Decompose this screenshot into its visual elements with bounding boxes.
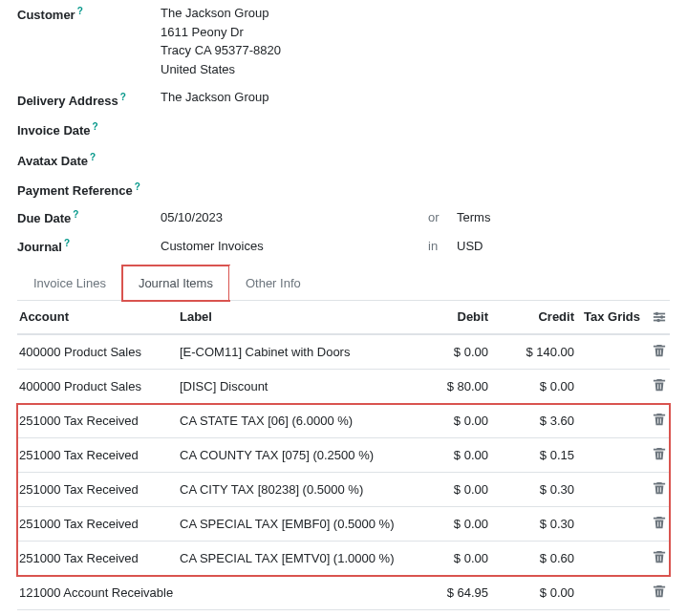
trash-icon[interactable] — [653, 346, 666, 360]
cell-credit[interactable]: $ 0.00 — [488, 585, 574, 600]
table-row[interactable]: 251000 Tax ReceivedCA SPECIAL TAX [EMTV0… — [17, 542, 670, 576]
col-debit[interactable]: Debit — [402, 309, 488, 324]
cell-debit[interactable]: $ 0.00 — [402, 414, 488, 428]
trash-icon[interactable] — [653, 380, 666, 394]
cell-account[interactable]: 251000 Tax Received — [17, 448, 180, 462]
journal-currency[interactable]: USD — [457, 239, 670, 253]
cell-debit[interactable]: $ 0.00 — [402, 551, 488, 565]
help-icon[interactable]: ? — [90, 152, 96, 162]
cell-label[interactable]: CA COUNTY TAX [075] (0.2500 %) — [180, 448, 402, 462]
trash-icon[interactable] — [653, 586, 666, 601]
cell-label[interactable]: CA SPECIAL TAX [EMBF0] (0.5000 %) — [180, 517, 402, 531]
help-icon[interactable]: ? — [93, 121, 98, 132]
svg-point-5 — [656, 319, 660, 323]
cell-debit[interactable]: $ 80.00 — [402, 379, 488, 393]
journal-label: Journal? — [17, 238, 161, 254]
cell-credit[interactable]: $ 0.30 — [488, 482, 574, 497]
due-or: or — [428, 210, 457, 224]
customer-addr2: Tracy CA 95377-8820 — [161, 41, 670, 60]
payment-reference-label: Payment Reference? — [17, 180, 161, 198]
cell-label[interactable]: CA SPECIAL TAX [EMTV0] (1.0000 %) — [180, 551, 402, 565]
help-icon[interactable]: ? — [135, 181, 140, 192]
cell-account[interactable]: 400000 Product Sales — [17, 345, 180, 359]
cell-account[interactable]: 251000 Tax Received — [17, 414, 180, 428]
cell-credit[interactable]: $ 0.00 — [488, 379, 574, 393]
cell-credit[interactable]: $ 140.00 — [488, 345, 574, 359]
delivery-address-label: Delivery Address? — [17, 90, 161, 108]
table-row[interactable]: 121000 Account Receivable$ 64.95$ 0.00 — [17, 576, 670, 610]
cell-credit[interactable]: $ 0.30 — [488, 517, 574, 531]
cell-account[interactable]: 251000 Tax Received — [17, 517, 180, 531]
journal-value[interactable]: Customer Invoices — [161, 239, 428, 253]
help-icon[interactable]: ? — [77, 6, 83, 16]
customer-addr3: United States — [161, 60, 670, 79]
table-row[interactable]: 251000 Tax ReceivedCA CITY TAX [80238] (… — [17, 473, 670, 507]
help-icon[interactable]: ? — [73, 209, 78, 220]
cell-credit[interactable]: $ 0.60 — [488, 551, 574, 565]
col-account[interactable]: Account — [17, 309, 180, 324]
svg-point-3 — [655, 312, 659, 316]
col-tax-grids[interactable]: Tax Grids — [574, 309, 641, 324]
help-icon[interactable]: ? — [64, 238, 70, 248]
tab-other-info[interactable]: Other Info — [229, 266, 317, 300]
trash-icon[interactable] — [653, 483, 666, 498]
cell-label[interactable]: CA CITY TAX [80238] (0.5000 %) — [180, 482, 402, 497]
cell-account[interactable]: 251000 Tax Received — [17, 482, 180, 497]
cell-account[interactable]: 121000 Account Receivable — [17, 585, 180, 600]
invoice-date-label: Invoice Date? — [17, 119, 161, 138]
cell-debit[interactable]: $ 0.00 — [402, 482, 488, 497]
avatax-date-label: Avatax Date? — [17, 150, 161, 168]
cell-account[interactable]: 400000 Product Sales — [17, 379, 180, 393]
table-row[interactable]: 251000 Tax ReceivedCA SPECIAL TAX [EMBF0… — [17, 507, 670, 542]
journal-in: in — [428, 239, 457, 253]
due-terms[interactable]: Terms — [457, 210, 670, 224]
due-date-label: Due Date? — [17, 209, 161, 225]
delivery-address-value[interactable]: The Jackson Group — [161, 90, 670, 104]
cell-debit[interactable]: $ 0.00 — [402, 345, 488, 359]
help-icon[interactable]: ? — [120, 92, 126, 102]
table-row[interactable]: 400000 Product Sales[E-COM11] Cabinet wi… — [17, 335, 670, 370]
cell-label[interactable]: [DISC] Discount — [180, 379, 402, 393]
cell-debit[interactable]: $ 0.00 — [402, 517, 488, 531]
table-row[interactable]: 251000 Tax ReceivedCA COUNTY TAX [075] (… — [17, 438, 670, 473]
cell-credit[interactable]: $ 0.15 — [488, 448, 574, 462]
tab-journal-items[interactable]: Journal Items — [122, 266, 229, 301]
table-header: Account Label Debit Credit Tax Grids — [17, 301, 670, 335]
due-date-value[interactable]: 05/10/2023 — [161, 210, 428, 224]
tab-invoice-lines[interactable]: Invoice Lines — [17, 266, 122, 300]
trash-icon[interactable] — [653, 552, 666, 566]
trash-icon[interactable] — [653, 449, 666, 463]
svg-point-4 — [660, 315, 664, 319]
table-row[interactable]: 400000 Product Sales[DISC] Discount$ 80.… — [17, 370, 670, 404]
cell-debit[interactable]: $ 0.00 — [402, 448, 488, 462]
table-row[interactable]: 251000 Tax ReceivedCA STATE TAX [06] (6.… — [17, 404, 670, 438]
trash-icon[interactable] — [653, 518, 666, 532]
customer-addr1: 1611 Peony Dr — [161, 23, 670, 42]
cell-credit[interactable]: $ 3.60 — [488, 414, 574, 428]
col-credit[interactable]: Credit — [488, 309, 574, 324]
settings-icon[interactable] — [653, 310, 666, 324]
cell-label[interactable]: CA STATE TAX [06] (6.0000 %) — [180, 414, 402, 428]
cell-debit[interactable]: $ 64.95 — [402, 585, 488, 600]
cell-account[interactable]: 251000 Tax Received — [17, 551, 180, 565]
customer-label: Customer? — [17, 4, 161, 22]
cell-label[interactable]: [E-COM11] Cabinet with Doors — [180, 345, 402, 359]
col-label[interactable]: Label — [180, 309, 402, 324]
trash-icon[interactable] — [653, 414, 666, 429]
customer-name[interactable]: The Jackson Group — [161, 4, 670, 23]
